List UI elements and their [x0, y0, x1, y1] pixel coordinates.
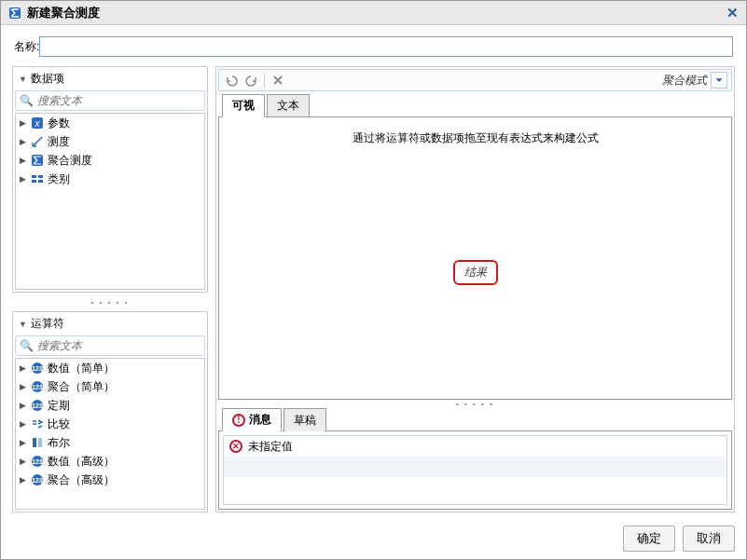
left-splitter[interactable]: • • • • • — [12, 298, 208, 306]
message-text: 未指定值 — [248, 439, 293, 455]
formula-prompt: 通过将运算符或数据项拖至现有表达式来构建公式 — [219, 117, 731, 146]
expand-icon: ▶ — [20, 174, 29, 184]
operator-aggregate-simple[interactable]: ▶ 123 聚合（简单） — [16, 377, 204, 396]
dialog-title: 新建聚合测度 — [27, 5, 726, 21]
expand-icon: ▶ — [20, 118, 29, 128]
svg-rect-4 — [32, 175, 36, 178]
message-tabs: ! 消息 草稿 — [218, 407, 732, 430]
data-items-header[interactable]: 数据项 — [13, 67, 207, 90]
message-row-empty — [224, 477, 726, 498]
operator-compare[interactable]: ▶ 比较 — [16, 415, 204, 433]
operator-aggregate-advanced[interactable]: ▶ 123 聚合（高级） — [16, 471, 204, 489]
operator-numeric-simple[interactable]: ▶ 123 数值（简单） — [16, 359, 204, 377]
mode-label: 聚合模式 — [662, 73, 707, 89]
operators-panel: 运算符 🔍 ▶ 123 数值（简单） ▶ 123 聚合（简单） — [12, 311, 208, 512]
expand-icon: ▶ — [20, 438, 29, 447]
formula-canvas[interactable]: 通过将运算符或数据项拖至现有表达式来构建公式 结果 — [218, 116, 732, 400]
delete-button[interactable] — [269, 71, 287, 89]
close-button[interactable]: ✕ — [726, 5, 739, 21]
dialog-body: 数据项 🔍 ▶ x 参数 ▶ 测度 — [1, 66, 746, 518]
svg-text:123: 123 — [32, 365, 43, 372]
category-icon — [31, 172, 44, 185]
cancel-button[interactable]: 取消 — [683, 526, 735, 552]
expand-icon: ▶ — [20, 419, 29, 429]
svg-rect-15 — [38, 438, 42, 447]
svg-text:123: 123 — [32, 458, 43, 465]
tree-item-measure[interactable]: ▶ 测度 — [16, 132, 204, 151]
operators-search[interactable]: 🔍 — [15, 335, 205, 356]
svg-rect-7 — [38, 180, 43, 183]
message-row[interactable]: ✕ 未指定值 — [224, 436, 726, 457]
data-items-search[interactable]: 🔍 — [15, 90, 205, 111]
search-icon: 🔍 — [20, 94, 34, 107]
numeric-icon: 123 — [31, 399, 44, 412]
operators-header[interactable]: 运算符 — [13, 312, 207, 335]
dialog-root: 新建聚合测度 ✕ 名称: 数据项 🔍 ▶ x 参数 — [0, 0, 747, 560]
tree-item-parameters[interactable]: ▶ x 参数 — [16, 114, 204, 132]
svg-text:123: 123 — [32, 403, 43, 409]
aggregate-measure-icon — [31, 154, 44, 167]
measure-icon — [31, 135, 44, 148]
numeric-icon: 123 — [31, 455, 44, 468]
svg-rect-6 — [38, 175, 43, 178]
redo-button[interactable] — [242, 71, 260, 89]
compare-icon — [31, 417, 44, 430]
undo-button[interactable] — [223, 71, 242, 89]
titlebar: 新建聚合测度 ✕ — [1, 1, 746, 25]
tab-text[interactable]: 文本 — [267, 94, 310, 117]
expand-icon: ▶ — [20, 457, 29, 466]
tab-draft[interactable]: 草稿 — [284, 408, 326, 431]
svg-rect-14 — [33, 438, 36, 447]
expand-icon: ▶ — [20, 382, 29, 391]
operator-boolean[interactable]: ▶ 布尔 — [16, 433, 204, 452]
data-items-panel: 数据项 🔍 ▶ x 参数 ▶ 测度 — [12, 66, 208, 293]
numeric-icon: 123 — [31, 473, 44, 486]
error-icon: ✕ — [229, 440, 242, 453]
tree-item-category[interactable]: ▶ 类别 — [16, 170, 204, 188]
svg-text:123: 123 — [32, 384, 43, 390]
svg-text:123: 123 — [32, 477, 43, 484]
data-items-tree: ▶ x 参数 ▶ 测度 ▶ 聚合测度 ▶ — [15, 113, 205, 290]
expand-icon: ▶ — [20, 363, 29, 373]
mode-dropdown-button[interactable]: ⏷ — [711, 72, 727, 89]
right-column: 聚合模式 ⏷ 可视 文本 通过将运算符或数据项拖至现有表达式来构建公式 结果 •… — [215, 66, 735, 512]
tab-visual[interactable]: 可视 — [222, 94, 265, 117]
result-placeholder[interactable]: 结果 — [453, 260, 498, 285]
messages-section: ! 消息 草稿 ✕ 未指定值 — [218, 407, 732, 510]
expand-icon: ▶ — [20, 401, 29, 410]
name-label: 名称: — [14, 39, 39, 55]
numeric-icon: 123 — [31, 362, 44, 375]
search-icon: 🔍 — [20, 339, 34, 352]
editor-tabs: 可视 文本 — [218, 93, 732, 116]
right-splitter[interactable]: • • • • • — [218, 400, 732, 407]
operators-search-input[interactable] — [37, 339, 204, 352]
operator-periodic[interactable]: ▶ 123 定期 — [16, 396, 204, 415]
numeric-icon: 123 — [31, 380, 44, 393]
boolean-icon — [31, 436, 44, 449]
dialog-footer: 确定 取消 — [1, 518, 746, 559]
aggregate-measure-icon — [8, 7, 21, 20]
left-column: 数据项 🔍 ▶ x 参数 ▶ 测度 — [12, 66, 208, 512]
name-row: 名称: — [1, 25, 746, 66]
expand-icon: ▶ — [20, 475, 29, 485]
tree-item-aggregate-measure[interactable]: ▶ 聚合测度 — [16, 151, 204, 170]
editor-toolbar: 聚合模式 ⏷ — [218, 69, 732, 91]
svg-text:x: x — [35, 118, 41, 129]
message-row-empty — [224, 457, 726, 477]
expand-icon: ▶ — [20, 137, 29, 146]
messages-body: ✕ 未指定值 — [218, 430, 732, 510]
operator-numeric-advanced[interactable]: ▶ 123 数值（高级） — [16, 452, 204, 471]
toolbar-separator — [264, 73, 265, 88]
parameter-icon: x — [31, 116, 44, 130]
warning-icon: ! — [232, 414, 245, 427]
expand-icon: ▶ — [20, 156, 29, 165]
ok-button[interactable]: 确定 — [623, 526, 675, 552]
operators-tree: ▶ 123 数值（简单） ▶ 123 聚合（简单） ▶ 123 定期 — [15, 358, 205, 510]
name-input[interactable] — [39, 36, 733, 57]
svg-rect-5 — [32, 180, 36, 183]
data-items-search-input[interactable] — [37, 94, 204, 107]
tab-messages[interactable]: ! 消息 — [222, 408, 282, 431]
